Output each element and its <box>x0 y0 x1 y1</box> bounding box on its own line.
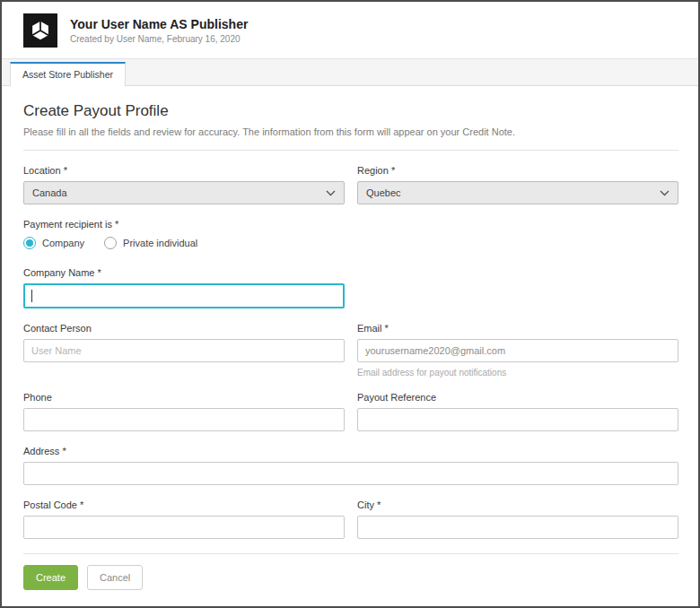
radio-private-individual-label: Private individual <box>123 238 197 248</box>
postal-city-row: Postal Code * City * <box>23 499 678 539</box>
tab-asset-store-publisher[interactable]: Asset Store Publisher <box>10 62 126 86</box>
page-description: Please fill in all the fields and review… <box>23 126 678 137</box>
email-label: Email * <box>357 323 678 334</box>
header-text: Your User Name AS Publisher Created by U… <box>70 17 248 44</box>
phone-reference-row: Phone Payout Reference <box>23 392 678 431</box>
radio-selected-icon <box>23 237 36 249</box>
city-input[interactable] <box>357 516 678 539</box>
company-name-row: Company Name * <box>23 267 678 308</box>
postal-code-input[interactable] <box>23 516 345 539</box>
page-title: Create Payout Profile <box>23 102 678 120</box>
address-input[interactable] <box>23 462 678 485</box>
payout-reference-field: Payout Reference <box>357 392 678 431</box>
payout-reference-label: Payout Reference <box>357 392 678 403</box>
tab-bar: Asset Store Publisher <box>2 58 698 86</box>
cancel-button[interactable]: Cancel <box>87 565 143 590</box>
chevron-down-icon <box>326 190 336 196</box>
location-label: Location * <box>23 165 345 176</box>
region-field: Region * Quebec <box>357 165 678 204</box>
top-divider <box>23 150 678 151</box>
publisher-title: Your User Name AS Publisher <box>70 17 248 31</box>
address-field: Address * <box>23 446 678 485</box>
radio-unselected-icon <box>104 237 117 249</box>
phone-label: Phone <box>23 392 345 403</box>
text-caret <box>31 290 32 302</box>
main-content: Create Payout Profile Please fill in all… <box>2 86 698 608</box>
company-name-field: Company Name * <box>23 267 345 308</box>
contact-person-label: Contact Person <box>23 323 345 334</box>
email-field: Email * Email address for payout notific… <box>357 323 678 378</box>
postal-code-field: Postal Code * <box>23 499 345 539</box>
app-window: Your User Name AS Publisher Created by U… <box>0 0 700 608</box>
region-label: Region * <box>357 165 678 176</box>
phone-field: Phone <box>23 392 345 431</box>
region-select[interactable]: Quebec <box>357 181 678 204</box>
address-label: Address * <box>23 446 678 456</box>
radio-company-label: Company <box>42 238 84 248</box>
form-actions: Create Cancel <box>23 565 678 608</box>
location-field: Location * Canada <box>23 165 345 204</box>
location-region-row: Location * Canada Region * Quebec <box>23 165 678 204</box>
header: Your User Name AS Publisher Created by U… <box>2 2 698 58</box>
unity-logo <box>23 13 57 48</box>
radio-private-individual[interactable]: Private individual <box>104 237 197 249</box>
payment-recipient-field: Payment recipient is * Company Private i… <box>23 219 678 249</box>
publisher-subtitle: Created by User Name, February 16, 2020 <box>70 34 248 44</box>
company-name-wrap <box>23 283 345 308</box>
phone-input[interactable] <box>23 408 345 431</box>
payment-recipient-radios: Company Private individual <box>23 237 678 249</box>
chevron-down-icon <box>660 190 669 196</box>
payment-recipient-label: Payment recipient is * <box>23 219 678 230</box>
payout-reference-input[interactable] <box>357 408 678 431</box>
create-button[interactable]: Create <box>23 565 78 590</box>
contact-person-input[interactable] <box>23 339 345 362</box>
tab-label: Asset Store Publisher <box>22 69 113 80</box>
postal-code-label: Postal Code * <box>23 499 345 510</box>
bottom-divider <box>23 553 678 554</box>
city-label: City * <box>357 499 678 510</box>
contact-person-field: Contact Person <box>23 323 345 378</box>
city-field: City * <box>357 499 678 539</box>
email-input[interactable] <box>357 339 678 362</box>
email-helper-text: Email address for payout notifications <box>357 368 678 378</box>
contact-email-row: Contact Person Email * Email address for… <box>23 323 678 378</box>
location-value: Canada <box>32 187 67 198</box>
radio-company[interactable]: Company <box>23 237 84 249</box>
location-select[interactable]: Canada <box>23 181 345 204</box>
unity-cube-icon <box>29 19 52 42</box>
company-name-label: Company Name * <box>23 267 345 278</box>
company-name-input[interactable] <box>23 283 345 308</box>
region-value: Quebec <box>366 187 401 198</box>
